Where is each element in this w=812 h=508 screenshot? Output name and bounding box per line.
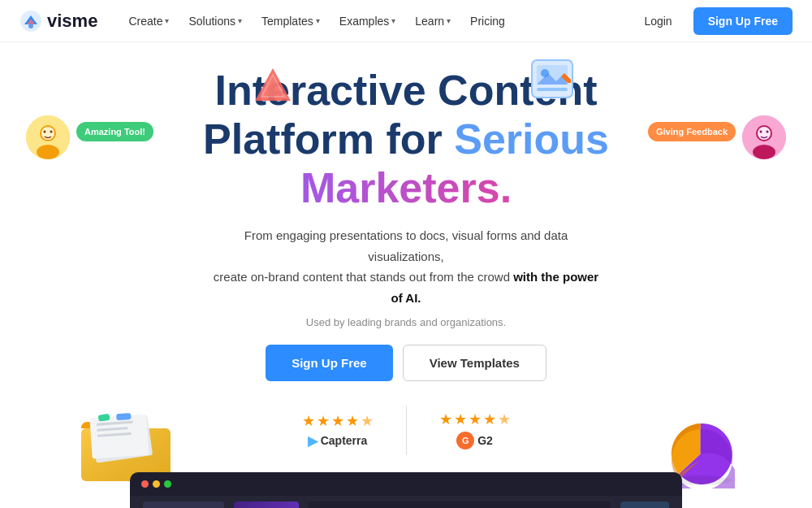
speech-bubble-right: Giving Feedback (648, 122, 736, 141)
capterra-logo: ▶ Capterra (308, 433, 368, 449)
avatar-right: Giving Feedback (648, 115, 786, 159)
svg-point-16 (50, 131, 53, 133)
svg-point-13 (37, 145, 59, 159)
window-maximize-dot (164, 480, 171, 488)
view-templates-button[interactable]: View Templates (403, 345, 546, 381)
nav-create[interactable]: Create ▾ (120, 10, 177, 33)
browser-window-controls (130, 472, 682, 496)
capterra-icon: ▶ (308, 433, 317, 449)
hero-title: Interactive Content Platform for Serious… (97, 67, 715, 212)
avatar-right-image (742, 115, 786, 159)
g2-icon: G (456, 432, 474, 449)
g2-logo: G G2 (456, 432, 493, 449)
svg-rect-9 (537, 88, 568, 91)
logo-icon (19, 10, 42, 33)
svg-rect-30 (116, 413, 132, 420)
logo[interactable]: visme (19, 10, 97, 33)
browser-content-block (309, 501, 611, 508)
browser-preview (130, 472, 682, 508)
chevron-down-icon: ▾ (447, 16, 451, 25)
avatar-left-image (26, 115, 70, 159)
nav-links: Create ▾ Solutions ▾ Templates ▾ Example… (120, 10, 633, 33)
browser-content-area (130, 496, 682, 508)
avatar-left: Amazing Tool! (26, 115, 153, 159)
capterra-rating: ★ ★ ★ ★ ★ ▶ Capterra (270, 406, 407, 455)
hero-subtitle: From engaging presentations to docs, vis… (211, 225, 601, 308)
svg-point-21 (760, 131, 762, 133)
chevron-down-icon: ▾ (316, 16, 320, 25)
g2-rating: ★ ★ ★ ★ ★ G G2 (407, 404, 543, 456)
nav-templates[interactable]: Templates ▾ (253, 10, 328, 33)
chevron-down-icon: ▾ (165, 16, 169, 25)
hero-ctas: Sign Up Free View Templates (16, 345, 796, 381)
logo-text: visme (47, 11, 97, 32)
svg-point-15 (44, 131, 46, 133)
nav-examples[interactable]: Examples ▾ (331, 10, 404, 33)
svg-point-22 (767, 131, 769, 133)
nav-solutions[interactable]: Solutions ▾ (180, 10, 250, 33)
browser-content-block (234, 501, 299, 508)
window-close-dot (141, 480, 149, 488)
nav-pricing[interactable]: Pricing (462, 10, 513, 33)
window-minimize-dot (153, 480, 160, 488)
deco-photo-icon (530, 59, 572, 101)
login-button[interactable]: Login (633, 9, 683, 33)
g2-stars: ★ ★ ★ ★ ★ (439, 410, 511, 428)
browser-content-block (620, 501, 669, 508)
navbar: visme Create ▾ Solutions ▾ Templates ▾ E… (0, 0, 812, 42)
svg-point-19 (753, 145, 775, 159)
chevron-down-icon: ▾ (238, 16, 242, 25)
capterra-stars: ★ ★ ★ ★ ★ (302, 412, 374, 430)
browser-content-block (143, 501, 224, 508)
chevron-down-icon: ▾ (391, 16, 395, 25)
svg-point-1 (28, 24, 33, 28)
signup-cta-button[interactable]: Sign Up Free (266, 345, 393, 381)
signup-button[interactable]: Sign Up Free (693, 7, 793, 35)
hero-used-by: Used by leading brands and organizations… (16, 316, 796, 328)
nav-right: Login Sign Up Free (633, 7, 793, 35)
nav-learn[interactable]: Learn ▾ (407, 10, 459, 33)
deco-triangle-icon (252, 65, 292, 102)
hero-section: Amazing Tool! Giving Feedback Interactiv… (0, 42, 812, 508)
speech-bubble-left: Amazing Tool! (76, 122, 153, 141)
